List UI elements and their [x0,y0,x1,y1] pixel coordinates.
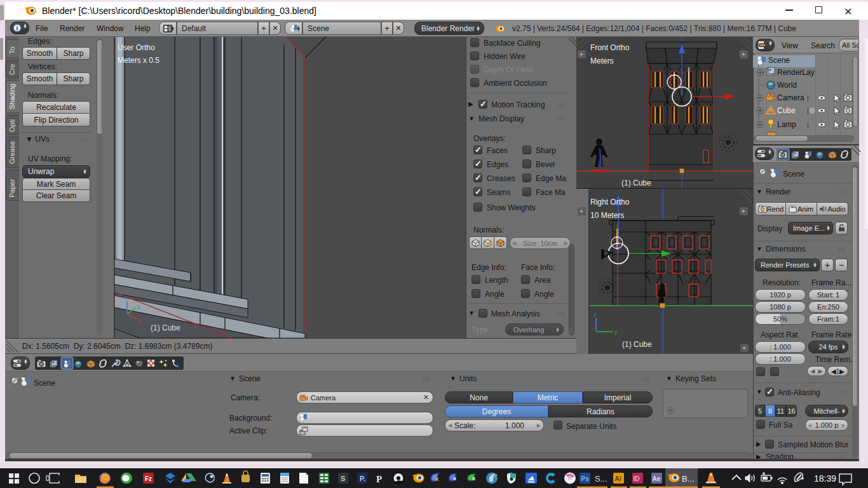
svg-text:(1) Cube: (1) Cube [621,179,651,187]
svg-text:Right Ortho: Right Ortho [590,198,630,207]
svg-text:Meters: Meters [590,57,614,65]
svg-text:|: | [807,121,809,128]
svg-text:Meters x 0.5: Meters x 0.5 [118,56,159,65]
svg-text:Scene: Scene [768,56,790,65]
svg-text:+: + [742,344,746,351]
svg-text:Fz: Fz [145,475,152,482]
svg-text:P.: P. [360,475,365,482]
svg-text:Ps: Ps [581,475,590,482]
svg-text:(1) Cube: (1) Cube [151,323,180,332]
svg-text:+: + [580,51,583,58]
svg-text:Ai: Ai [615,475,621,482]
svg-text:(1) Cube: (1) Cube [622,340,652,349]
svg-text:+: + [580,208,583,215]
svg-text:B...: B... [682,474,695,484]
svg-text:+: + [742,51,745,58]
svg-text:z: z [593,311,597,318]
svg-text:i: i [17,25,18,32]
svg-text:y: y [614,329,618,336]
svg-text:P: P [376,474,382,484]
svg-text:z: z [125,295,128,301]
svg-text:y: y [137,304,140,310]
svg-text:Front Ortho: Front Ortho [590,43,630,52]
svg-text:X: X [453,476,457,482]
svg-text:|: | [807,94,809,102]
svg-text:User Ortho: User Ortho [118,43,155,52]
svg-text:S: S [341,475,345,482]
svg-text:|: | [807,107,809,114]
svg-text:ID: ID [634,475,640,482]
svg-text:Cube: Cube [777,106,796,115]
svg-text:Ae: Ae [653,475,661,482]
svg-text:X: X [472,476,476,482]
svg-text:RenderLay: RenderLay [777,68,815,77]
svg-text:Lamp: Lamp [777,120,796,129]
svg-text:S...: S... [595,474,607,484]
svg-text:World: World [777,81,797,90]
svg-text:10 Meters: 10 Meters [590,211,624,220]
svg-text:x: x [138,318,141,324]
svg-text:+: + [742,208,745,215]
svg-text:18:39: 18:39 [814,473,836,484]
svg-text:X: X [435,477,439,482]
svg-text:Camera: Camera [777,93,804,102]
